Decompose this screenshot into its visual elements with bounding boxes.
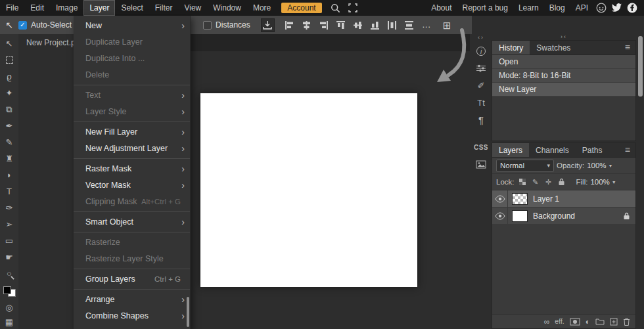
align-right-button[interactable] <box>318 20 329 31</box>
tool-button[interactable]: ➢ <box>1 216 18 232</box>
menu-item[interactable]: New › <box>74 17 190 33</box>
blend-mode-select[interactable]: Normal ▾ <box>496 160 554 172</box>
new-layer-button[interactable] <box>610 318 618 326</box>
image-panel-button[interactable] <box>471 156 491 173</box>
history-step[interactable]: Mode: 8-Bit to 16-Bit <box>492 69 635 83</box>
align-left-button[interactable] <box>284 20 295 31</box>
layer-thumbnail[interactable] <box>512 210 528 222</box>
menubar-item[interactable]: Layer <box>83 0 115 16</box>
tool-button[interactable]: ☛ <box>1 249 18 265</box>
history-step[interactable]: Open <box>492 55 635 69</box>
layer-row-background[interactable]: Background <box>492 208 635 225</box>
tool-button[interactable]: ◗ <box>1 167 18 183</box>
tool-button[interactable]: ϱ <box>1 68 18 85</box>
menubar-item[interactable]: Select <box>115 0 149 16</box>
panel-menu-icon[interactable]: ≡ <box>620 41 635 55</box>
tool-button[interactable]: ⧉ <box>1 101 18 118</box>
menu-item[interactable]: Arrange › <box>74 291 190 307</box>
menu-scrollbar[interactable] <box>187 297 189 327</box>
menu-item[interactable]: Vector Mask › <box>74 177 190 193</box>
tool-button[interactable]: ✎ <box>1 134 18 150</box>
menubar-item[interactable]: View <box>178 0 207 16</box>
menu-item[interactable]: Duplicate Layer › <box>74 33 190 50</box>
menubar-link[interactable]: API <box>570 0 593 16</box>
distribute-h-button[interactable] <box>386 20 398 31</box>
menu-item[interactable]: New Fill Layer › <box>74 123 190 140</box>
menu-item[interactable]: Smart Object › <box>74 213 190 230</box>
tool-button[interactable] <box>1 52 18 68</box>
visibility-eye-icon[interactable] <box>492 208 508 224</box>
collapse-panels-icon[interactable]: ›‹ <box>492 34 636 40</box>
tool-button[interactable]: ✑ <box>1 200 18 216</box>
menu-item[interactable]: Raster Mask › <box>74 160 190 177</box>
menu-item[interactable]: New Adjustment Layer › <box>74 140 190 156</box>
tool-button[interactable]: ✦ <box>1 85 18 101</box>
distribute-v-button[interactable] <box>403 20 415 31</box>
color-swatches[interactable] <box>3 286 16 297</box>
menu-item[interactable]: Group Layers Ctrl + G › <box>74 271 190 287</box>
layer-thumbnail[interactable] <box>512 193 528 205</box>
panel-tab[interactable]: Paths <box>576 143 609 157</box>
add-mask-button[interactable] <box>570 318 580 326</box>
menu-item[interactable]: Rasterize › <box>74 234 190 250</box>
tool-button[interactable]: ▭ <box>1 232 18 249</box>
menu-item[interactable]: Layer Style › <box>74 103 190 120</box>
menubar-item[interactable]: Image <box>50 0 83 16</box>
lock-pixels-button[interactable]: ✎ <box>530 177 541 187</box>
add-adjustment-button[interactable]: ◐ <box>586 318 590 326</box>
menu-item[interactable]: Rasterize Layer Style › <box>74 250 190 267</box>
css-panel-button[interactable]: CSS <box>471 139 491 156</box>
link-layers-icon[interactable]: ∞ <box>544 318 550 326</box>
panel-tab[interactable]: History <box>492 41 530 55</box>
tool-button[interactable]: ↖ <box>1 35 18 52</box>
fullscreen-icon[interactable] <box>344 0 361 16</box>
menu-item[interactable]: Text › <box>74 87 190 103</box>
place-image-button[interactable] <box>261 18 275 32</box>
screen-mode-button[interactable]: ▦ <box>1 315 18 329</box>
fill-dropdown[interactable]: 100% ▼ <box>590 178 616 186</box>
menu-item[interactable]: Duplicate Into ... › <box>74 50 190 66</box>
menubar-item[interactable]: More <box>247 0 277 16</box>
lock-position-button[interactable]: ✛ <box>543 177 554 187</box>
auto-select-checkbox[interactable]: ✓ <box>18 21 27 30</box>
align-middle-button[interactable] <box>352 20 363 31</box>
visibility-eye-icon[interactable] <box>492 190 508 207</box>
align-bottom-button[interactable] <box>369 20 380 31</box>
menubar-link[interactable]: About <box>426 0 457 16</box>
search-icon[interactable] <box>327 0 344 16</box>
panel-menu-icon[interactable]: ≡ <box>620 143 635 157</box>
paragraph-panel-button[interactable]: ¶ <box>471 111 491 128</box>
menubar-item[interactable]: File <box>0 0 24 16</box>
panel-tab[interactable]: Layers <box>492 143 529 157</box>
lock-transparency-button[interactable] <box>517 177 528 187</box>
distances-checkbox[interactable] <box>203 21 212 30</box>
menu-item[interactable]: Clipping Mask Alt+Ctrl + G › <box>74 193 190 209</box>
menu-item[interactable]: Combine Shapes › <box>74 307 190 324</box>
menubar-link[interactable]: Report a bug <box>457 0 513 16</box>
tool-button[interactable]: T <box>1 183 18 200</box>
tool-button[interactable]: ♜ <box>1 150 18 167</box>
facebook-icon[interactable] <box>627 3 637 13</box>
character-panel-button[interactable]: Tt <box>471 94 491 111</box>
align-top-button[interactable] <box>335 20 346 31</box>
layer-effects-button[interactable]: eff. <box>555 318 564 325</box>
foreground-color-swatch[interactable] <box>3 286 11 294</box>
menu-item[interactable]: Delete › <box>74 66 190 83</box>
new-folder-button[interactable] <box>595 318 605 325</box>
account-button[interactable]: Account <box>281 3 321 13</box>
layer-row-layer1[interactable]: Layer 1 <box>492 190 635 208</box>
twitter-icon[interactable] <box>611 3 622 12</box>
menubar-item[interactable]: Edit <box>24 0 50 16</box>
reddit-icon[interactable] <box>596 3 607 13</box>
document-canvas[interactable] <box>200 93 417 287</box>
menubar-link[interactable]: Learn <box>513 0 544 16</box>
tool-button[interactable]: ✒ <box>1 118 18 134</box>
menubar-link[interactable]: Blog <box>544 0 570 16</box>
delete-layer-button[interactable] <box>623 318 630 326</box>
align-center-h-button[interactable] <box>301 20 312 31</box>
menubar-item[interactable]: Filter <box>149 0 179 16</box>
tool-button[interactable]: ○ <box>1 265 18 282</box>
panel-tab[interactable]: Channels <box>529 143 576 157</box>
page-scrollbar[interactable] <box>638 36 643 97</box>
quick-mask-button[interactable]: ◎ <box>1 301 18 315</box>
